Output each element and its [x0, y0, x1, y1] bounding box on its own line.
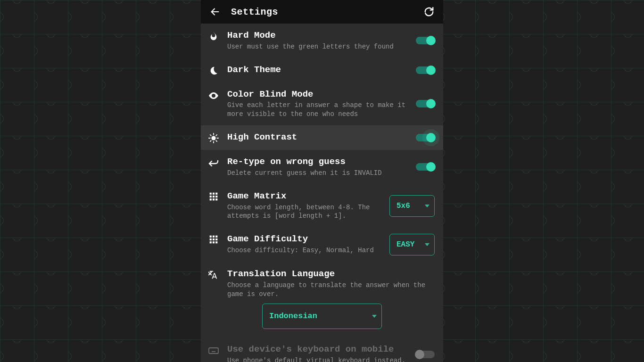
select-matrix[interactable]: 5x6: [389, 195, 435, 217]
row-high-contrast: High Contrast: [201, 125, 443, 150]
label-color-blind: Color Blind Mode: [227, 89, 408, 100]
svg-rect-9: [210, 198, 212, 200]
settings-panel: Settings Hard Mode User must use the gre…: [201, 0, 443, 362]
row-matrix: Game Matrix Choose word length, between …: [201, 184, 443, 228]
label-difficulty: Game Difficulty: [227, 234, 382, 245]
label-high-contrast: High Contrast: [227, 132, 408, 143]
desc-difficulty: Choose difficulty: Easy, Normal, Hard: [227, 246, 382, 255]
eye-icon: [208, 90, 219, 101]
toggle-high-contrast[interactable]: [416, 134, 435, 141]
svg-rect-12: [210, 236, 212, 238]
translate-icon: [208, 270, 219, 280]
svg-rect-8: [215, 196, 217, 197]
back-button[interactable]: [207, 4, 223, 19]
settings-list: Hard Mode User must use the green letter…: [201, 24, 443, 362]
label-language: Translation Language: [227, 269, 435, 280]
svg-rect-4: [213, 192, 215, 194]
svg-rect-17: [215, 239, 217, 240]
chevron-down-icon: [425, 243, 429, 246]
svg-rect-18: [210, 242, 212, 244]
svg-point-2: [211, 136, 215, 140]
brightness-icon: [208, 133, 219, 143]
svg-rect-14: [215, 236, 217, 238]
desc-color-blind: Give each letter in answer a shape to ma…: [227, 101, 408, 119]
svg-rect-21: [209, 348, 218, 354]
keyboard-icon: [208, 345, 219, 356]
desc-language: Choose a language to translate the answe…: [227, 281, 435, 299]
desc-matrix: Choose word length, between 4-8. The att…: [227, 203, 382, 221]
svg-rect-7: [213, 196, 215, 197]
svg-rect-5: [215, 192, 217, 194]
select-difficulty[interactable]: EASY: [389, 234, 435, 255]
toggle-hard-mode[interactable]: [416, 37, 435, 44]
label-device-keyboard: Use device's keyboard on mobile: [227, 344, 408, 355]
svg-rect-16: [213, 239, 215, 240]
label-retype: Re-type on wrong guess: [227, 156, 408, 168]
row-difficulty: Game Difficulty Choose difficulty: Easy,…: [201, 227, 443, 262]
header-bar: Settings: [201, 0, 443, 24]
arrow-left-icon: [210, 7, 220, 17]
row-language-select: Indonesian: [201, 302, 443, 337]
label-dark-theme: Dark Theme: [227, 65, 408, 76]
select-language[interactable]: Indonesian: [262, 304, 382, 329]
select-language-value: Indonesian: [269, 312, 317, 321]
select-difficulty-value: EASY: [396, 240, 414, 249]
toggle-dark-theme[interactable]: [416, 66, 435, 74]
desc-device-keyboard: Use phone's default virtual keyboard ins…: [227, 356, 408, 362]
toggle-color-blind[interactable]: [416, 100, 435, 107]
chevron-down-icon: [425, 205, 429, 207]
toggle-retype[interactable]: [416, 163, 435, 171]
svg-rect-19: [213, 242, 215, 244]
row-dark-theme: Dark Theme: [201, 58, 443, 82]
row-language: Translation Language Choose a language t…: [201, 262, 443, 302]
select-matrix-value: 5x6: [396, 202, 410, 210]
svg-rect-11: [215, 198, 217, 200]
label-hard-mode: Hard Mode: [227, 30, 408, 41]
row-retype: Re-type on wrong guess Delete current gu…: [201, 150, 443, 184]
label-matrix: Game Matrix: [227, 191, 382, 202]
svg-rect-13: [213, 236, 215, 238]
reset-button[interactable]: [421, 4, 437, 19]
fire-icon: [208, 31, 219, 41]
row-device-keyboard: Use device's keyboard on mobile Use phon…: [201, 337, 443, 362]
svg-rect-15: [210, 239, 212, 240]
desc-hard-mode: User must use the green letters they fou…: [227, 42, 408, 51]
row-color-blind: Color Blind Mode Give each letter in ans…: [201, 82, 443, 126]
svg-rect-6: [210, 196, 212, 197]
toggle-device-keyboard: [416, 351, 435, 358]
chevron-down-icon: [372, 315, 377, 318]
moon-icon: [208, 66, 219, 76]
grid-icon: [209, 235, 218, 244]
svg-rect-3: [210, 192, 212, 194]
refresh-icon: [424, 7, 434, 17]
return-icon: [208, 157, 219, 169]
grid-icon: [209, 192, 218, 201]
svg-rect-10: [213, 198, 215, 200]
svg-point-1: [213, 95, 215, 97]
desc-retype: Delete current guess when it is INVALID: [227, 169, 408, 178]
row-hard-mode: Hard Mode User must use the green letter…: [201, 24, 443, 58]
svg-rect-20: [215, 242, 217, 244]
page-title: Settings: [231, 7, 278, 17]
